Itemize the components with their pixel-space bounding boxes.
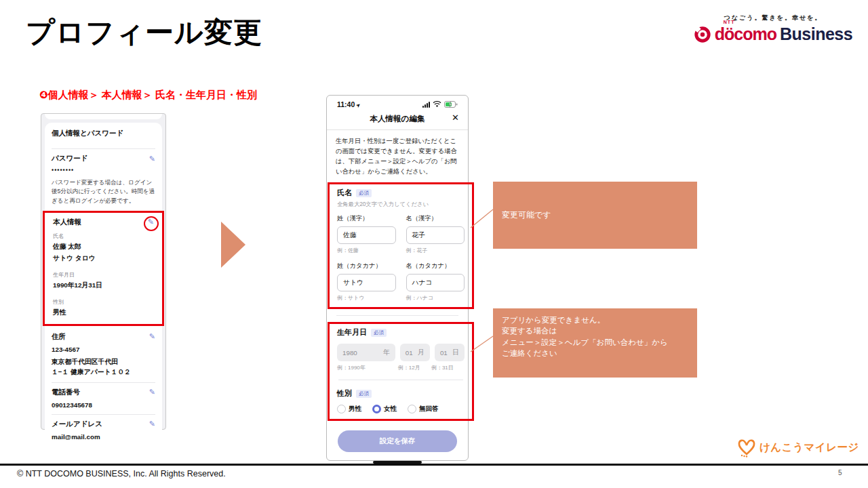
intro-text: 生年月日・性別は一度ご登録いただくとこの画面では変更できません。変更する場合は、…: [327, 130, 468, 181]
mei-kana-example: 例：ハナコ: [406, 294, 465, 302]
page-title: プロフィール変更: [26, 14, 262, 52]
radio-circle-icon[interactable]: [337, 405, 346, 413]
personal-info-label: 本人情報: [53, 218, 81, 227]
password-label: パスワード: [52, 154, 87, 163]
time-text: 11:40: [337, 100, 355, 108]
signal-icon: [422, 102, 430, 108]
radio-label: 男性: [349, 405, 361, 413]
name-section-hint: 全角最大20文字で入力してください: [337, 201, 465, 208]
birth-month-unit: 月: [418, 348, 425, 357]
docomo-wordmark: döcomo: [715, 24, 776, 43]
callout-line: ご連絡ください: [502, 348, 692, 359]
callout-text: 変更可能です: [502, 209, 551, 221]
gender-section-title: 性別: [337, 388, 352, 399]
ntt-label: NTT: [724, 20, 735, 24]
sei-kana-example: 例：サトウ: [337, 294, 396, 302]
callout-line: アプリから変更できません。: [502, 314, 692, 325]
phone-number-label: 電話番号: [52, 388, 80, 397]
docomo-mark-icon: [694, 26, 711, 43]
brand-tagline: つなごう。驚きを。幸せを。: [688, 14, 858, 22]
breadcrumb: ❹個人情報＞ 本人情報＞ 氏名・生年月日・性別: [39, 89, 257, 102]
birth-year-input[interactable]: 1980 年: [337, 344, 395, 361]
edit-pencil-icon[interactable]: ✎: [149, 388, 155, 396]
birth-year-value: 1980: [342, 349, 357, 357]
required-badge: 必須: [356, 390, 372, 398]
gender-label: 性別: [53, 298, 154, 306]
profile-card: 個人情報とパスワード パスワード ✎ •••••••• パスワード変更する場合は…: [45, 123, 162, 446]
birth-month-value: 01: [406, 349, 413, 357]
birth-month-input[interactable]: 01 月: [400, 344, 430, 361]
name-kana-value: サトウ タロウ: [53, 254, 154, 263]
red-highlight-circle: [144, 216, 159, 231]
edit-pencil-icon[interactable]: ✎: [149, 155, 155, 163]
footer-divider-line: [0, 464, 868, 466]
radio-option-male[interactable]: 男性: [337, 405, 361, 413]
callout-changeable: 変更可能です: [493, 182, 697, 249]
close-icon[interactable]: ✕: [452, 113, 459, 123]
page-number: 5: [838, 469, 842, 476]
address-line2: １−１ 健康アパート１０２: [52, 368, 155, 377]
email-value: mail@mail.com: [52, 433, 155, 441]
radio-label: 女性: [384, 405, 397, 413]
sei-kanji-label: 姓（漢字）: [337, 214, 396, 223]
card-header: 個人情報とパスワード: [52, 129, 155, 143]
birth-year-example: 例：1990年: [337, 364, 398, 371]
mei-kana-input[interactable]: ハナコ: [406, 274, 465, 291]
radio-label: 無回答: [419, 405, 439, 413]
partial-card: [45, 114, 162, 119]
address-label: 住所: [52, 332, 66, 342]
birth-day-example: 例：31日: [431, 364, 465, 371]
required-badge: 必須: [371, 329, 387, 337]
modal-title: 本人情報の編集: [370, 115, 425, 123]
radio-circle-selected-icon[interactable]: [372, 405, 381, 413]
radio-circle-icon[interactable]: [408, 405, 416, 413]
kenko-logo-text: けんこうマイレージ: [760, 441, 859, 455]
save-settings-button[interactable]: 設定を保存: [338, 430, 457, 452]
sei-kana-label: 姓（カタカナ）: [337, 262, 396, 270]
docomo-business-logo: つなごう。驚きを。幸せを。 NTT döcomo Business: [688, 14, 858, 44]
required-badge: 必須: [356, 189, 372, 197]
divider: [336, 315, 458, 316]
phone-number-row: 電話番号 ✎: [52, 383, 155, 397]
edit-pencil-icon[interactable]: ✎: [149, 333, 155, 340]
postal-code-value: 123-4567: [52, 346, 155, 353]
status-time: 11:40➤: [337, 100, 361, 108]
name-section-title: 氏名: [337, 188, 352, 198]
birth-month-example: 例：12月: [398, 364, 431, 371]
callout-line: メニュー＞設定＞ヘルプ「お問い合わせ」から: [502, 337, 692, 348]
birthdate-section-title: 生年月日: [337, 327, 367, 338]
birth-day-unit: 日: [452, 348, 459, 357]
sei-kana-input[interactable]: サトウ: [337, 274, 396, 291]
gender-value: 男性: [53, 308, 154, 317]
slide: プロフィール変更 つなごう。驚きを。幸せを。 NTT döcomo Busine…: [0, 0, 868, 488]
name-kanji-value: 佐藤 太郎: [53, 243, 154, 251]
location-arrow-icon: ➤: [355, 102, 362, 109]
divider: [338, 380, 463, 380]
radio-option-female[interactable]: 女性: [372, 405, 397, 413]
birth-day-input[interactable]: 01 日: [435, 344, 465, 361]
sei-kanji-example: 例：佐藤: [337, 247, 396, 254]
copyright-text: © NTT DOCOMO BUSINESS, Inc. All Rights R…: [17, 469, 226, 479]
mei-kanji-input[interactable]: 花子: [406, 226, 465, 244]
mei-kanji-example: 例：花子: [406, 247, 465, 254]
address-row: 住所 ✎: [52, 326, 155, 342]
birth-year-unit: 年: [383, 348, 390, 357]
password-row: パスワード ✎: [52, 149, 155, 163]
status-bar: 11:40➤: [327, 96, 468, 110]
transition-arrow: [221, 222, 245, 268]
email-label: メールアドレス: [52, 420, 102, 429]
personal-info-row: 本人情報 ✎: [53, 214, 154, 227]
address-line1: 東京都千代田区千代田: [52, 358, 155, 367]
edit-pencil-icon[interactable]: ✎: [149, 420, 155, 428]
birthdate-label: 生年月日: [53, 271, 154, 279]
birth-day-value: 01: [440, 349, 448, 357]
phone-number-value: 09012345678: [52, 401, 155, 409]
business-wordmark: Business: [780, 24, 852, 44]
password-masked-value: ••••••••: [52, 167, 155, 174]
heart-icon: [736, 436, 757, 458]
mei-kana-label: 名（カタカナ）: [406, 262, 465, 270]
sei-kanji-input[interactable]: 佐藤: [337, 226, 396, 244]
email-row: メールアドレス ✎: [52, 415, 155, 429]
wifi-icon: [433, 101, 441, 108]
radio-option-noanswer[interactable]: 無回答: [408, 405, 439, 413]
